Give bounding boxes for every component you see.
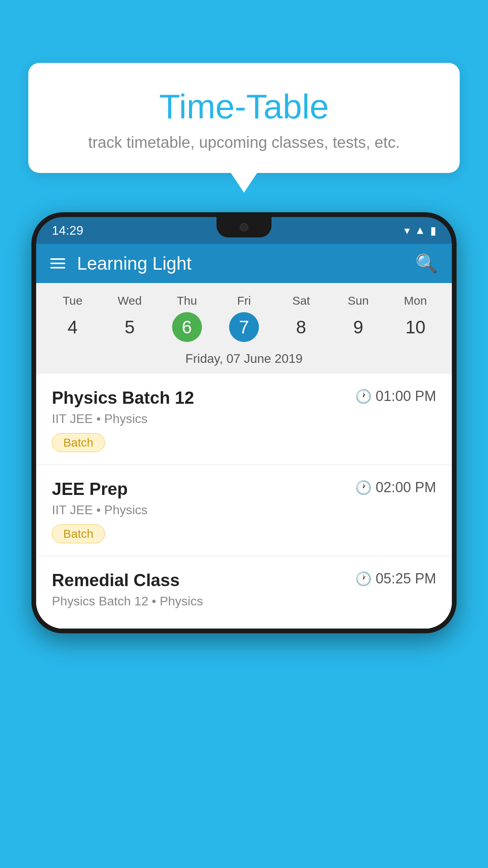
day-number: 7	[229, 312, 259, 342]
day-number: 4	[58, 312, 88, 342]
calendar-day-5[interactable]: Wed5	[106, 294, 153, 342]
screen-content: Physics Batch 12🕐01:00 PMIIT JEE • Physi…	[36, 374, 452, 629]
status-time: 14:29	[52, 223, 83, 238]
phone-container: 14:29 ▾ ▲ ▮ Learning Light 🔍	[31, 212, 457, 868]
camera	[240, 223, 248, 232]
day-name: Tue	[62, 294, 83, 307]
class-header: JEE Prep🕐02:00 PM	[52, 479, 436, 499]
calendar-strip: Tue4Wed5Thu6Fri7Sat8Sun9Mon10 Friday, 07…	[36, 283, 452, 374]
day-name: Fri	[237, 294, 251, 307]
bubble-subtitle: track timetable, upcoming classes, tests…	[52, 134, 436, 151]
phone-notch	[216, 217, 272, 237]
clock-icon: 🕐	[355, 571, 372, 587]
day-number: 8	[286, 312, 316, 342]
class-name: JEE Prep	[52, 479, 128, 499]
hamburger-line-3	[50, 267, 65, 268]
signal-icon: ▲	[415, 224, 426, 237]
day-name: Sun	[348, 294, 369, 307]
wifi-icon: ▾	[404, 224, 410, 237]
day-name: Mon	[404, 294, 427, 307]
day-number: 10	[400, 312, 430, 342]
calendar-days: Tue4Wed5Thu6Fri7Sat8Sun9Mon10	[44, 294, 444, 342]
search-icon[interactable]: 🔍	[415, 253, 438, 274]
time-text: 02:00 PM	[376, 479, 436, 496]
speech-bubble-container: Time-Table track timetable, upcoming cla…	[28, 63, 460, 173]
time-text: 05:25 PM	[376, 570, 436, 587]
status-icons: ▾ ▲ ▮	[404, 224, 436, 237]
battery-icon: ▮	[430, 224, 436, 237]
phone-frame: 14:29 ▾ ▲ ▮ Learning Light 🔍	[31, 212, 457, 633]
class-item[interactable]: Physics Batch 12🕐01:00 PMIIT JEE • Physi…	[36, 374, 452, 465]
calendar-date-label: Friday, 07 June 2019	[44, 348, 444, 368]
app-title: Learning Light	[77, 253, 404, 274]
class-header: Remedial Class🕐05:25 PM	[52, 570, 436, 590]
day-number: 9	[343, 312, 373, 342]
calendar-day-8[interactable]: Sat8	[277, 294, 325, 342]
class-time: 🕐05:25 PM	[355, 570, 436, 587]
batch-badge: Batch	[52, 524, 105, 543]
phone-screen: 14:29 ▾ ▲ ▮ Learning Light 🔍	[36, 217, 452, 629]
class-time: 🕐02:00 PM	[355, 479, 436, 496]
hamburger-menu-button[interactable]	[50, 258, 65, 268]
calendar-day-7[interactable]: Fri7	[220, 294, 268, 342]
class-item[interactable]: Remedial Class🕐05:25 PMPhysics Batch 12 …	[36, 556, 452, 629]
class-header: Physics Batch 12🕐01:00 PM	[52, 388, 436, 408]
calendar-day-6[interactable]: Thu6	[163, 294, 211, 342]
day-name: Wed	[118, 294, 142, 307]
clock-icon: 🕐	[355, 388, 372, 404]
hamburger-line-2	[50, 263, 65, 264]
day-name: Thu	[177, 294, 197, 307]
bubble-title: Time-Table	[52, 86, 436, 127]
calendar-day-9[interactable]: Sun9	[335, 294, 382, 342]
batch-badge: Batch	[52, 433, 105, 452]
class-subject: IIT JEE • Physics	[52, 412, 436, 426]
hamburger-line-1	[50, 258, 65, 260]
calendar-day-4[interactable]: Tue4	[49, 294, 96, 342]
class-subject: IIT JEE • Physics	[52, 503, 436, 517]
speech-bubble: Time-Table track timetable, upcoming cla…	[28, 63, 460, 173]
app-bar: Learning Light 🔍	[36, 244, 452, 283]
day-number: 6	[172, 312, 202, 342]
calendar-day-10[interactable]: Mon10	[392, 294, 439, 342]
class-item[interactable]: JEE Prep🕐02:00 PMIIT JEE • PhysicsBatch	[36, 465, 452, 556]
clock-icon: 🕐	[355, 480, 372, 495]
time-text: 01:00 PM	[376, 388, 436, 405]
class-name: Physics Batch 12	[52, 388, 194, 408]
class-time: 🕐01:00 PM	[355, 388, 436, 405]
day-number: 5	[115, 312, 145, 342]
day-name: Sat	[292, 294, 310, 307]
class-subject: Physics Batch 12 • Physics	[52, 594, 436, 609]
class-name: Remedial Class	[52, 570, 180, 590]
